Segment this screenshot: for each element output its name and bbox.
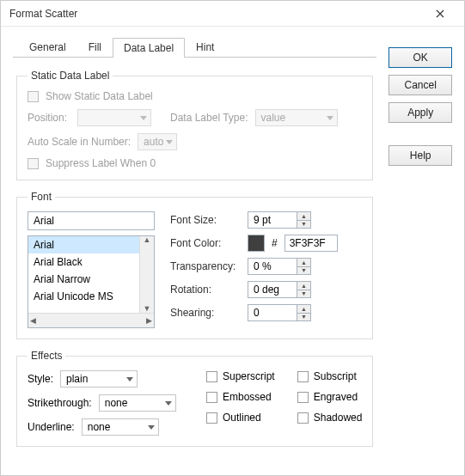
close-button[interactable] xyxy=(423,1,457,26)
close-icon xyxy=(436,9,444,18)
strike-select[interactable]: none xyxy=(99,394,176,412)
superscript-checkbox[interactable] xyxy=(206,371,217,382)
list-item[interactable]: Arial Black xyxy=(28,253,154,271)
shearing-spinner[interactable]: 0 ▲▼ xyxy=(248,304,311,321)
type-select[interactable]: value xyxy=(255,109,338,126)
spin-up[interactable]: ▲ xyxy=(297,211,311,221)
tab-fill[interactable]: Fill xyxy=(77,37,113,58)
autoscale-label: Auto Scale in Number: xyxy=(28,136,131,148)
shadowed-checkbox[interactable] xyxy=(297,412,309,424)
outlined-checkbox[interactable] xyxy=(206,412,217,424)
transparency-spinner[interactable]: 0 % ▲▼ xyxy=(248,258,311,275)
underline-label: Underline: xyxy=(28,421,75,433)
apply-button[interactable]: Apply xyxy=(389,102,452,123)
suppress-checkbox[interactable] xyxy=(28,158,39,169)
style-label: Style: xyxy=(28,373,53,385)
titlebar: Format Scatter xyxy=(1,1,464,27)
dialog-window: Format Scatter General Fill Data Label H… xyxy=(0,0,465,476)
chevron-down-icon xyxy=(166,140,173,144)
chevron-left-icon: ◀ xyxy=(30,317,36,325)
chevron-down-icon xyxy=(165,401,172,406)
chevron-down-icon xyxy=(327,116,333,120)
spin-down[interactable]: ▼ xyxy=(297,314,311,322)
list-item[interactable]: Arial Unicode MS xyxy=(28,288,154,305)
autoscale-select[interactable]: auto xyxy=(138,133,177,150)
spin-down[interactable]: ▼ xyxy=(297,290,311,299)
font-group: Font Arial Arial Arial Black Arial Narro… xyxy=(16,191,373,339)
spin-up[interactable]: ▲ xyxy=(297,281,311,290)
chevron-down-icon xyxy=(140,116,147,120)
spin-down[interactable]: ▼ xyxy=(297,267,311,276)
chevron-up-icon: ▲ xyxy=(144,236,151,244)
font-legend: Font xyxy=(28,191,55,203)
chevron-down-icon: ▼ xyxy=(144,305,151,313)
static-legend: Static Data Label xyxy=(28,70,113,82)
font-color-swatch[interactable] xyxy=(248,235,265,252)
strike-label: Strikethrough: xyxy=(28,397,92,409)
chevron-down-icon xyxy=(148,425,155,430)
show-static-checkbox[interactable] xyxy=(28,91,39,102)
font-color-label: Font Color: xyxy=(170,237,241,249)
effects-group: Effects Style: plain Strikethrough: none… xyxy=(16,350,373,447)
tab-data-label[interactable]: Data Label xyxy=(113,38,185,58)
position-select[interactable] xyxy=(77,109,151,126)
style-select[interactable]: plain xyxy=(60,370,138,388)
subscript-checkbox[interactable] xyxy=(297,371,309,382)
help-button[interactable]: Help xyxy=(389,145,452,166)
cancel-button[interactable]: Cancel xyxy=(389,75,452,95)
font-size-spinner[interactable]: 9 pt ▲▼ xyxy=(248,211,311,229)
position-label: Position: xyxy=(28,112,70,124)
hash-label: # xyxy=(272,237,278,249)
font-size-label: Font Size: xyxy=(170,214,241,226)
spin-up[interactable]: ▲ xyxy=(297,258,311,267)
ok-button[interactable]: OK xyxy=(389,47,452,68)
dialog-title: Format Scatter xyxy=(9,8,77,20)
spin-up[interactable]: ▲ xyxy=(297,304,311,314)
type-label: Data Label Type: xyxy=(170,112,248,124)
font-color-input[interactable]: 3F3F3F xyxy=(285,235,338,252)
suppress-label: Suppress Label When 0 xyxy=(46,157,156,169)
horizontal-scrollbar[interactable]: ◀▶ xyxy=(28,313,154,327)
effects-legend: Effects xyxy=(28,350,65,362)
transparency-label: Transparency: xyxy=(170,260,241,272)
rotation-spinner[interactable]: 0 deg ▲▼ xyxy=(248,281,311,298)
underline-select[interactable]: none xyxy=(82,418,159,436)
spin-down[interactable]: ▼ xyxy=(297,221,311,229)
shearing-label: Shearing: xyxy=(170,307,241,319)
tab-general[interactable]: General xyxy=(18,37,77,58)
vertical-scrollbar[interactable]: ▲▼ xyxy=(139,236,154,313)
list-item[interactable]: Arial Narrow xyxy=(28,271,154,288)
embossed-checkbox[interactable] xyxy=(206,392,217,403)
rotation-label: Rotation: xyxy=(170,284,241,296)
static-data-label-group: Static Data Label Show Static Data Label… xyxy=(16,70,373,180)
chevron-right-icon: ▶ xyxy=(146,317,152,325)
engraved-checkbox[interactable] xyxy=(297,392,309,403)
list-item[interactable]: Arial xyxy=(28,236,154,253)
tab-hint[interactable]: Hint xyxy=(185,37,225,58)
font-list[interactable]: Arial Arial Black Arial Narrow Arial Uni… xyxy=(28,235,155,328)
font-name-input[interactable]: Arial xyxy=(28,211,155,230)
tab-bar: General Fill Data Label Hint xyxy=(13,35,376,58)
chevron-down-icon xyxy=(126,377,133,381)
show-static-label: Show Static Data Label xyxy=(46,90,153,102)
